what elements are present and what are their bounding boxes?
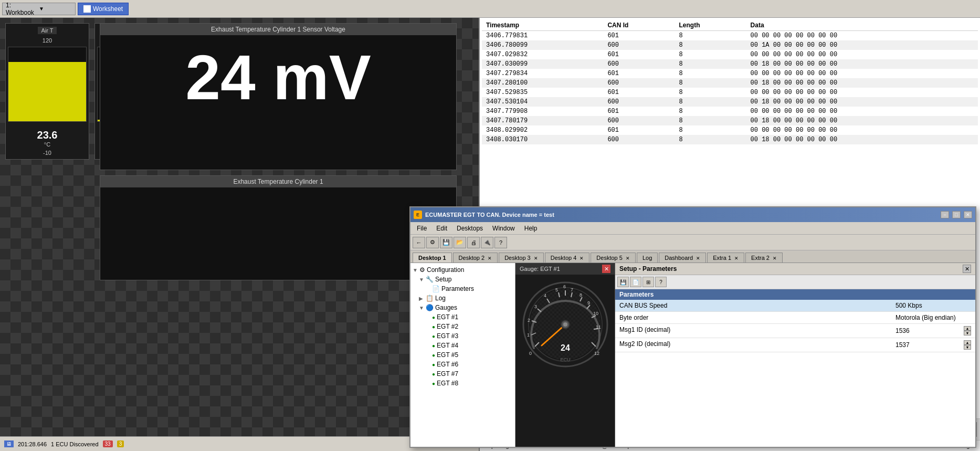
- tab-log[interactable]: Log: [637, 253, 658, 263]
- spin-up[interactable]: ▲: [964, 340, 971, 345]
- tab-desktop5-close[interactable]: ✕: [626, 256, 630, 261]
- spin-up[interactable]: ▲: [964, 326, 971, 331]
- gauge-close-button[interactable]: ✕: [602, 265, 610, 273]
- menu-file[interactable]: File: [413, 222, 431, 234]
- tree-egt5[interactable]: ● EGT #5: [425, 350, 513, 360]
- tree-egt4[interactable]: ● EGT #4: [425, 341, 513, 350]
- params-tb-help[interactable]: ?: [655, 277, 667, 287]
- tree-egt1-label: EGT #1: [437, 313, 458, 321]
- tree-egt8[interactable]: ● EGT #8: [425, 379, 513, 388]
- svg-point-34: [563, 322, 567, 327]
- air-temp-min: -10: [43, 150, 51, 156]
- toolbar-connect-icon[interactable]: 🔌: [481, 237, 493, 248]
- params-panel-title: Setup - Parameters: [619, 265, 677, 272]
- cell-data: 00 18 00 00 00 00 00 00: [746, 97, 978, 107]
- tab-dashboard-close[interactable]: ✕: [696, 256, 700, 261]
- ecu-gauge-panel: Gauge: EGT #1 ✕: [515, 263, 615, 447]
- egt-gauge-svg: 0 1 2 3 4 5 6 7 8 9 10 11 12 24: [521, 280, 610, 369]
- tree-log[interactable]: ▶ 📋 Log: [419, 293, 513, 303]
- worksheet-button[interactable]: Worksheet: [78, 3, 129, 15]
- toolbar-settings-icon[interactable]: ⚙: [426, 237, 439, 248]
- cell-timestamp: 3408.029902: [482, 125, 603, 135]
- tree-egt7[interactable]: ● EGT #7: [425, 369, 513, 379]
- tab-extra2-close[interactable]: ✕: [773, 256, 777, 261]
- tree-config-label: Configuration: [427, 266, 464, 274]
- tab-desktop2[interactable]: Desktop 2 ✕: [453, 253, 498, 263]
- ecu-title: ECUMASTER EGT TO CAN. Device name = test: [425, 212, 937, 218]
- worksheet-label: Worksheet: [93, 5, 123, 13]
- tab-desktop5[interactable]: Desktop 5 ✕: [591, 253, 636, 263]
- toolbar-help-icon[interactable]: ?: [494, 237, 507, 248]
- menu-desktops[interactable]: Desktops: [452, 222, 487, 234]
- cell-length: 8: [675, 31, 746, 41]
- setup-icon: 🔧: [426, 276, 434, 283]
- tab-desktop4[interactable]: Desktop 4 ✕: [545, 253, 590, 263]
- cell-can_id: 600: [603, 59, 675, 69]
- egt3-icon: ●: [432, 333, 435, 339]
- tab-desktop3[interactable]: Desktop 3 ✕: [499, 253, 544, 263]
- toolbar-print-icon[interactable]: 🖨: [467, 237, 480, 248]
- can-table: Timestamp CAN Id Length Data 3406.779831…: [482, 20, 978, 144]
- toolbar-open-icon[interactable]: 📂: [454, 237, 466, 248]
- minimize-button[interactable]: −: [941, 211, 949, 218]
- tab-extra1-close[interactable]: ✕: [734, 256, 739, 261]
- tab-desktop3-close[interactable]: ✕: [534, 256, 538, 261]
- cell-data: 00 18 00 00 00 00 00 00: [746, 135, 978, 144]
- gauges-expand-icon: ▼: [419, 305, 424, 311]
- tab-desktop2-close[interactable]: ✕: [488, 256, 492, 261]
- caution-badge: 3: [117, 440, 124, 447]
- cell-timestamp: 3407.030099: [482, 59, 603, 69]
- tab-desktop1[interactable]: Desktop 1: [413, 253, 452, 263]
- svg-text:11: 11: [596, 324, 601, 330]
- menu-window[interactable]: Window: [488, 222, 519, 234]
- param-value-editable[interactable]: 1536▲▼: [891, 324, 975, 338]
- tab-desktop4-close[interactable]: ✕: [579, 256, 584, 261]
- workbook-dropdown[interactable]: 1: Workbook ▼: [2, 3, 76, 15]
- egt2-icon: ●: [432, 324, 435, 330]
- cell-can_id: 600: [603, 78, 675, 88]
- params-expand-icon: [425, 286, 430, 292]
- tree-egt1[interactable]: ● EGT #1: [425, 312, 513, 322]
- tab-extra2[interactable]: Extra 2 ✕: [745, 253, 783, 263]
- params-tb-saveas[interactable]: 📄: [630, 277, 641, 287]
- setup-expand-icon: ▼: [419, 277, 424, 282]
- tree-egt3[interactable]: ● EGT #3: [425, 331, 513, 341]
- tree-configuration[interactable]: ▼ ⚙ Configuration: [413, 265, 513, 275]
- tab-extra1[interactable]: Extra 1 ✕: [707, 253, 744, 263]
- params-tb-save[interactable]: 💾: [617, 277, 629, 287]
- close-button[interactable]: ✕: [964, 211, 972, 218]
- tree-egt2-label: EGT #2: [437, 323, 458, 330]
- tree-egt2[interactable]: ● EGT #2: [425, 322, 513, 331]
- spin-down[interactable]: ▼: [964, 331, 971, 335]
- tree-setup[interactable]: ▼ 🔧 Setup: [419, 275, 513, 284]
- maximize-button[interactable]: □: [952, 211, 961, 218]
- params-toolbar: 💾 📄 ⊞ ?: [615, 275, 975, 289]
- menu-help[interactable]: Help: [520, 222, 542, 234]
- param-name: Msg1 ID (decimal): [615, 324, 891, 338]
- cell-timestamp: 3406.779831: [482, 31, 603, 41]
- param-value-editable[interactable]: 1537▲▼: [891, 338, 975, 352]
- spin-down[interactable]: ▼: [964, 345, 971, 350]
- cell-timestamp: 3407.780179: [482, 116, 603, 125]
- tree-parameters[interactable]: 📄 Parameters: [425, 284, 513, 293]
- menu-edit[interactable]: Edit: [432, 222, 451, 234]
- params-close-button[interactable]: ✕: [963, 265, 971, 273]
- svg-text:8: 8: [579, 292, 582, 298]
- table-row: 3407.280100600800 18 00 00 00 00 00 00: [482, 78, 978, 88]
- air-temp-unit: °C: [44, 141, 50, 148]
- ecu-content: ▼ ⚙ Configuration ▼ 🔧 Setup 📄 Parameters…: [410, 263, 975, 447]
- table-row: 3408.029902601800 00 00 00 00 00 00 00: [482, 125, 978, 135]
- cell-length: 8: [675, 135, 746, 144]
- warning-badge: 33: [103, 440, 113, 447]
- param-row: Byte orderMotorola (Big endian): [615, 312, 975, 324]
- air-temp-bar: [8, 47, 87, 122]
- egt5-icon: ●: [432, 352, 435, 358]
- params-tb-fit[interactable]: ⊞: [642, 277, 654, 287]
- tab-dashboard[interactable]: Dashboard ✕: [659, 253, 706, 263]
- toolbar-save-icon[interactable]: 💾: [440, 237, 452, 248]
- toolbar-back-icon[interactable]: ←: [413, 237, 425, 248]
- col-length: Length: [675, 20, 746, 31]
- cell-can_id: 600: [603, 40, 675, 50]
- tree-gauges[interactable]: ▼ 🔵 Gauges: [419, 303, 513, 312]
- tree-egt6[interactable]: ● EGT #6: [425, 360, 513, 369]
